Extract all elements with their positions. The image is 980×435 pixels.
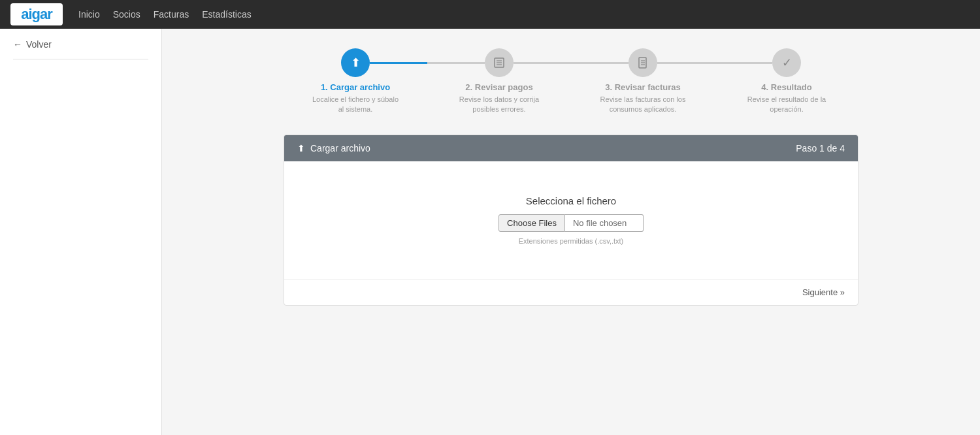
- step-4-desc: Revise el resultado de la operación.: [741, 95, 832, 115]
- back-arrow-icon: ←: [13, 39, 22, 50]
- step-2-label: 2. Revisar pagos: [465, 82, 532, 92]
- file-hint: Extensiones permitidas (.csv,.txt): [519, 237, 624, 245]
- file-input-wrapper: Choose Files No file chosen: [498, 214, 644, 232]
- upload-icon: ⬆: [297, 143, 305, 153]
- step-1-label: 1. Cargar archivo: [321, 82, 390, 92]
- navbar: aigar Inicio Socios Facturas Estadística…: [0, 0, 980, 29]
- nav-estadisticas[interactable]: Estadísticas: [202, 9, 251, 20]
- step-3-circle: [629, 48, 657, 77]
- nav-menu: Inicio Socios Facturas Estadísticas: [78, 8, 252, 20]
- sidebar: ← Volver: [0, 29, 162, 435]
- step-4-circle: ✓: [772, 48, 801, 77]
- step-4-label: 4. Resultado: [761, 82, 811, 92]
- layout: ← Volver ⬆ 1. Cargar archivo Localice el…: [0, 29, 980, 435]
- logo: aigar: [10, 3, 63, 25]
- file-section-label: Selecciona el fichero: [526, 195, 616, 206]
- no-file-label: No file chosen: [565, 214, 644, 232]
- step-2-circle: [485, 48, 514, 77]
- card-body: Selecciona el fichero Choose Files No fi…: [284, 161, 858, 279]
- main-content: ⬆ 1. Cargar archivo Localice el fichero …: [162, 29, 980, 435]
- card-step-indicator: Paso 1 de 4: [796, 143, 845, 153]
- step-2: 2. Revisar pagos Revise los datos y corr…: [427, 48, 571, 115]
- card-footer: Siguiente »: [284, 279, 858, 305]
- card-header-title: ⬆ Cargar archivo: [297, 143, 370, 153]
- step-3: 3. Revisar facturas Revise las facturas …: [571, 48, 715, 115]
- step-2-desc: Revise los datos y corrija posibles erro…: [453, 95, 545, 115]
- nav-socios[interactable]: Socios: [113, 9, 140, 20]
- card-header: ⬆ Cargar archivo Paso 1 de 4: [284, 135, 858, 161]
- next-button[interactable]: Siguiente »: [802, 287, 845, 297]
- back-button[interactable]: ← Volver: [13, 39, 148, 59]
- nav-inicio[interactable]: Inicio: [78, 9, 100, 20]
- step-1-desc: Localice el fichero y súbalo al sistema.: [310, 95, 401, 115]
- step-3-desc: Revise las facturas con los consumos apl…: [597, 95, 689, 115]
- step-1-circle: ⬆: [341, 48, 370, 77]
- upload-card: ⬆ Cargar archivo Paso 1 de 4 Selecciona …: [284, 135, 858, 306]
- nav-facturas[interactable]: Facturas: [154, 9, 189, 20]
- step-4: ✓ 4. Resultado Revise el resultado de la…: [715, 48, 858, 115]
- stepper: ⬆ 1. Cargar archivo Localice el fichero …: [284, 48, 858, 115]
- step-1: ⬆ 1. Cargar archivo Localice el fichero …: [284, 48, 427, 115]
- step-3-label: 3. Revisar facturas: [605, 82, 681, 92]
- card-title: Cargar archivo: [310, 143, 370, 153]
- choose-files-button[interactable]: Choose Files: [498, 214, 565, 232]
- back-label: Volver: [26, 39, 52, 50]
